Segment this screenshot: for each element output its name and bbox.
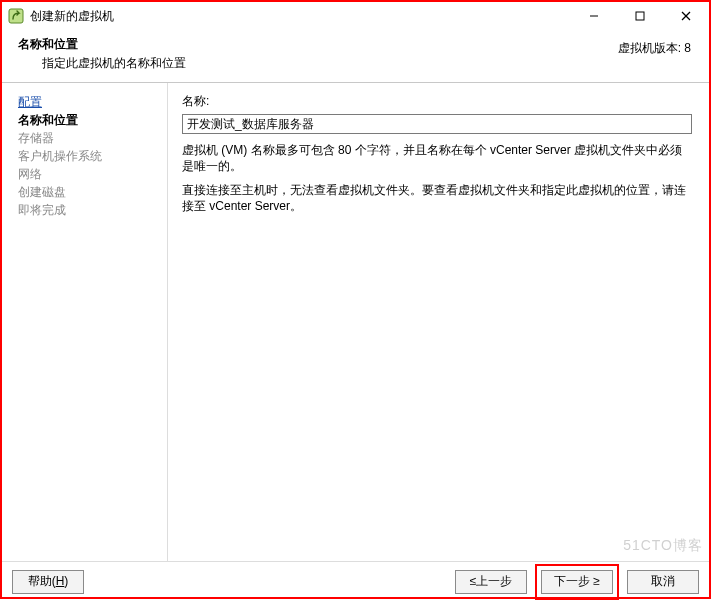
vm-name-input[interactable]	[182, 114, 692, 134]
step-ready-complete: 即将完成	[18, 201, 161, 219]
minimize-button[interactable]	[571, 2, 617, 30]
titlebar: 创建新的虚拟机	[2, 2, 709, 30]
name-label: 名称:	[182, 93, 693, 110]
svg-rect-2	[636, 12, 644, 20]
help-button[interactable]: 帮助(H)	[12, 570, 84, 594]
next-button-highlight: 下一步 ≥	[535, 564, 619, 600]
vm-version-label: 虚拟机版本: 8	[618, 40, 691, 57]
back-button[interactable]: ≤上一步	[455, 570, 527, 594]
app-icon	[8, 8, 24, 24]
name-hint-1: 虚拟机 (VM) 名称最多可包含 80 个字符，并且名称在每个 vCenter …	[182, 142, 693, 174]
help-button-label: 帮助(H)	[28, 574, 69, 588]
step-configuration[interactable]: 配置	[18, 93, 161, 111]
wizard-main-panel: 名称: 虚拟机 (VM) 名称最多可包含 80 个字符，并且名称在每个 vCen…	[168, 83, 709, 561]
wizard-footer: 帮助(H) ≤上一步 下一步 ≥ 取消	[2, 561, 709, 601]
wizard-steps-sidebar: 配置 名称和位置 存储器 客户机操作系统 网络 创建磁盘 即将完成	[2, 83, 168, 561]
step-create-disk: 创建磁盘	[18, 183, 161, 201]
step-name-location: 名称和位置	[18, 111, 161, 129]
window-title: 创建新的虚拟机	[30, 8, 114, 25]
step-storage: 存储器	[18, 129, 161, 147]
page-subtitle: 指定此虚拟机的名称和位置	[18, 55, 693, 72]
cancel-button[interactable]: 取消	[627, 570, 699, 594]
name-hint-2: 直接连接至主机时，无法查看虚拟机文件夹。要查看虚拟机文件夹和指定此虚拟机的位置，…	[182, 182, 693, 214]
page-title: 名称和位置	[18, 36, 693, 53]
wizard-header: 名称和位置 指定此虚拟机的名称和位置	[2, 30, 709, 82]
next-button[interactable]: 下一步 ≥	[541, 570, 613, 594]
maximize-button[interactable]	[617, 2, 663, 30]
close-button[interactable]	[663, 2, 709, 30]
svg-rect-0	[9, 9, 23, 23]
step-network: 网络	[18, 165, 161, 183]
step-guest-os: 客户机操作系统	[18, 147, 161, 165]
